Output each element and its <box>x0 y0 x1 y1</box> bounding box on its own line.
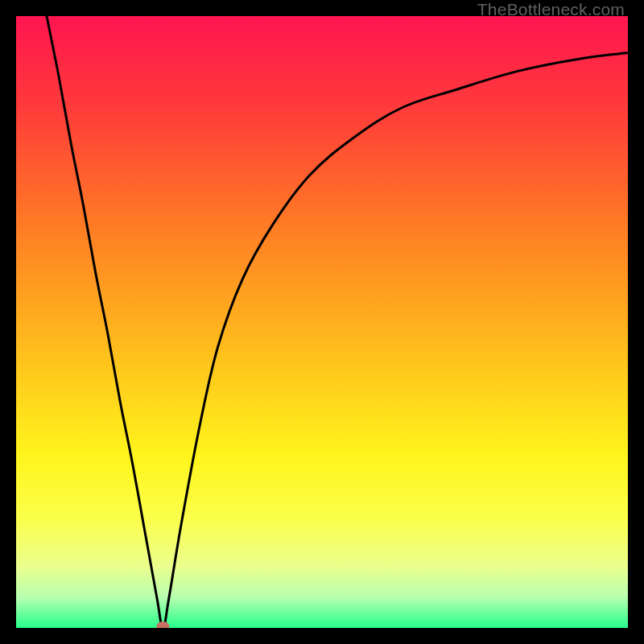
bottleneck-chart <box>16 16 628 628</box>
gradient-background <box>16 16 628 628</box>
chart-frame <box>16 16 628 628</box>
